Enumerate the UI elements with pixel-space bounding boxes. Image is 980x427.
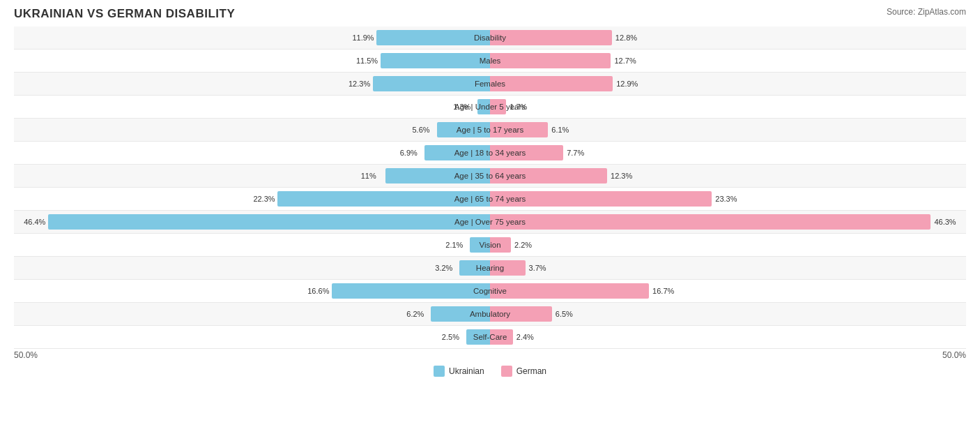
bar-german [490,30,612,45]
legend-label-german: German [516,366,546,376]
bar-row: Age | 35 to 64 years11%12.3% [14,165,966,188]
bar-german [490,329,513,345]
bar-ukrainian [470,237,490,253]
bar-ukrainian [431,306,490,322]
bar-row: Age | Over 75 years46.4%46.3% [14,211,966,234]
bar-ukrainian [385,168,490,183]
val-german: 12.7% [614,57,636,65]
axis-labels: 50.0% 50.0% [14,350,966,360]
chart-title: UKRAINIAN VS GERMAN DISABILITY [14,7,235,21]
bar-ukrainian [332,283,490,299]
val-ukrainian: 11.9% [352,33,374,42]
val-german: 3.7% [529,264,546,272]
val-german: 6.1% [551,126,569,134]
val-german: 23.3% [715,195,737,203]
val-ukrainian: 5.6% [413,126,430,134]
val-ukrainian: 1.3% [453,103,470,111]
bar-ukrainian [373,76,490,91]
bar-german [490,283,649,299]
val-german: 1.7% [510,103,527,111]
bar-german [490,53,611,68]
bar-german [490,76,613,91]
val-ukrainian: 11.5% [356,57,378,65]
bar-ukrainian [477,99,490,114]
bar-row: Age | Under 5 years1.3%1.7% [14,96,966,119]
chart-area: Disability11.9%12.8%Males11.5%12.7%Femal… [14,27,966,349]
bar-row: Females12.3%12.9% [14,73,966,96]
bar-row: Vision2.1%2.2% [14,234,966,257]
val-german: 46.3% [934,218,956,226]
val-ukrainian: 6.2% [406,310,424,318]
legend-box-ukrainian [434,366,445,377]
bar-ukrainian [437,122,490,137]
val-ukrainian: 11% [361,172,376,180]
val-ukrainian: 12.3% [349,80,370,88]
bar-german [490,168,607,183]
val-german: 12.3% [611,172,632,180]
val-german: 6.5% [556,310,573,318]
bar-ukrainian [466,329,490,345]
bar-row: Age | 18 to 34 years6.9%7.7% [14,142,966,165]
bar-ukrainian [424,145,490,160]
bar-row: Males11.5%12.7% [14,50,966,73]
bar-row: Age | 5 to 17 years5.6%6.1% [14,119,966,142]
bar-german [490,122,548,137]
bar-german [490,191,712,207]
axis-left: 50.0% [14,350,38,360]
bar-row: Disability11.9%12.8% [14,27,966,50]
bar-german [490,214,931,230]
legend-german: German [501,366,546,377]
bar-row: Self-Care2.5%2.4% [14,326,966,349]
legend-box-german [501,366,512,377]
axis-right: 50.0% [942,350,966,360]
bar-german [490,260,526,276]
val-german: 2.4% [516,333,534,341]
bar-row: Cognitive16.6%16.7% [14,280,966,303]
bar-ukrainian [459,260,490,276]
bar-german [490,99,506,114]
val-ukrainian: 46.4% [24,218,45,226]
val-german: 12.8% [615,33,637,42]
val-ukrainian: 6.9% [400,149,418,157]
legend-ukrainian: Ukrainian [434,366,484,377]
legend-label-ukrainian: Ukrainian [449,366,484,376]
bar-german [490,237,511,253]
bar-german [490,145,563,160]
val-ukrainian: 2.5% [442,333,459,341]
bar-german [490,306,552,322]
source-text: Source: ZipAtlas.com [887,7,966,17]
val-ukrainian: 2.1% [445,241,463,249]
bar-row: Ambulatory6.2%6.5% [14,303,966,326]
bar-row: Hearing3.2%3.7% [14,257,966,280]
val-ukrainian: 3.2% [435,264,452,272]
bar-row: Age | 65 to 74 years22.3%23.3% [14,188,966,211]
val-ukrainian: 22.3% [253,195,275,203]
val-german: 2.2% [514,241,532,249]
bar-ukrainian [48,214,490,230]
bar-ukrainian [277,191,490,207]
bar-ukrainian [381,53,490,68]
val-ukrainian: 16.6% [307,287,329,295]
val-german: 16.7% [652,287,674,295]
legend: Ukrainian German [14,366,966,377]
val-german: 7.7% [567,149,584,157]
val-german: 12.9% [616,80,638,88]
bar-ukrainian [376,30,490,45]
